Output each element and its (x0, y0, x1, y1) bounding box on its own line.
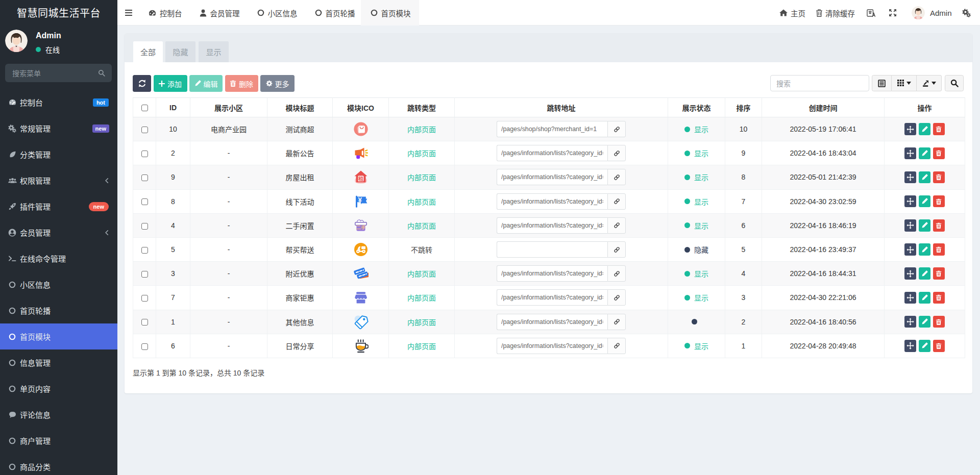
svg-text:租: 租 (358, 174, 363, 182)
svg-text:二手: 二手 (356, 223, 366, 231)
svg-text:¥: ¥ (358, 196, 362, 204)
